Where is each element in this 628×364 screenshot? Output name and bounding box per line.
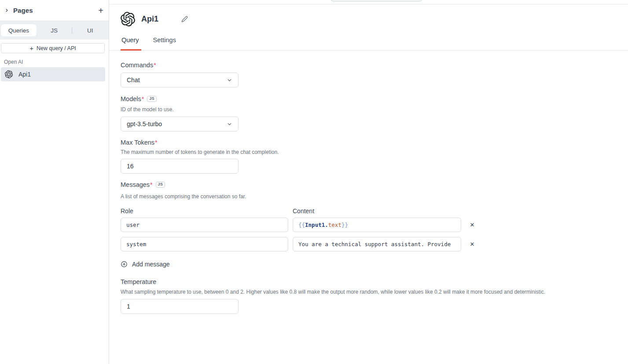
commands-label: Commands* [121,62,628,69]
tab-query[interactable]: Query [121,36,141,51]
new-query-label: New query / API [37,45,76,51]
required-asterisk: * [142,95,144,102]
max-tokens-help: The maximum number of tokens to generate… [121,149,628,155]
messages-help: A list of messages comprising the conver… [121,193,628,200]
message-content-input[interactable]: You are a technical support assistant. P… [293,237,461,251]
models-select[interactable]: gpt-3.5-turbo [121,116,239,131]
sidebar: Pages + Queries JS UI + New query / API … [0,0,109,364]
required-asterisk: * [155,139,157,146]
datasource-group-label: Open AI [4,59,109,65]
max-tokens-label: Max Tokens* [121,139,628,146]
tab-js[interactable]: JS [37,24,72,36]
models-value: gpt-3.5-turbo [127,120,162,127]
add-message-button[interactable]: Add message [121,261,628,268]
plus-icon: + [29,45,33,51]
field-max-tokens: Max Tokens* The maximum number of tokens… [121,139,628,174]
openai-logo [121,12,135,26]
field-messages: Messages* JS A list of messages comprisi… [121,181,628,268]
message-role-input[interactable]: user [121,218,288,232]
field-temperature: Temperature What sampling temperature to… [121,278,628,314]
content-column-header: Content [293,207,461,215]
temperature-help: What sampling temperature to use, betwee… [121,289,628,295]
message-role-input[interactable]: system [121,237,288,251]
chevron-right-icon[interactable] [4,8,9,13]
query-title: Api1 [141,15,158,24]
tab-ui[interactable]: UI [72,24,108,36]
role-column-header: Role [121,207,288,215]
models-label: Models* JS [121,95,628,102]
query-item-label: Api1 [18,71,31,78]
remove-message-icon[interactable]: ✕ [469,240,476,248]
app-name-input-partial[interactable] [330,0,423,1]
models-help: ID of the model to use. [121,106,628,113]
query-form: Commands* Chat Models* JS ID of the mode… [110,51,628,314]
messages-label: Messages* JS [121,181,628,188]
required-asterisk: * [154,62,156,69]
messages-grid: Role Content user {{Input1.text}} ✕ syst… [121,207,628,251]
plus-circle-icon [121,261,128,268]
query-editor-panel: Api1 Query Settings Commands* Chat Model… [110,0,628,364]
js-toggle-badge[interactable]: JS [156,182,165,188]
edit-name-icon[interactable] [181,16,188,22]
sidebar-tab-bar: Queries JS UI [0,21,109,40]
chevron-down-icon [227,121,232,127]
commands-value: Chat [127,76,140,84]
chevron-down-icon [227,77,232,83]
message-content-input[interactable]: {{Input1.text}} [293,218,461,232]
topbar-divider [110,4,628,4]
add-message-label: Add message [132,261,170,268]
max-tokens-input[interactable]: 16 [121,159,239,174]
remove-message-icon[interactable]: ✕ [469,221,476,229]
openai-icon [5,70,13,78]
query-settings-tabs: Query Settings [110,36,628,51]
query-list-item-api1[interactable]: Api1 [1,67,105,81]
add-page-button[interactable]: + [98,6,103,15]
required-asterisk: * [150,181,152,188]
js-toggle-badge[interactable]: JS [147,96,157,102]
pages-header: Pages + [0,0,109,21]
tab-queries[interactable]: Queries [1,24,37,36]
tab-settings[interactable]: Settings [152,36,178,51]
pages-title: Pages [13,7,33,14]
temperature-input[interactable]: 1 [121,299,239,314]
commands-select[interactable]: Chat [121,73,239,87]
temperature-label: Temperature [121,278,628,285]
field-models: Models* JS ID of the model to use. gpt-3… [121,95,628,131]
new-query-button[interactable]: + New query / API [1,43,105,53]
field-commands: Commands* Chat [121,62,628,87]
